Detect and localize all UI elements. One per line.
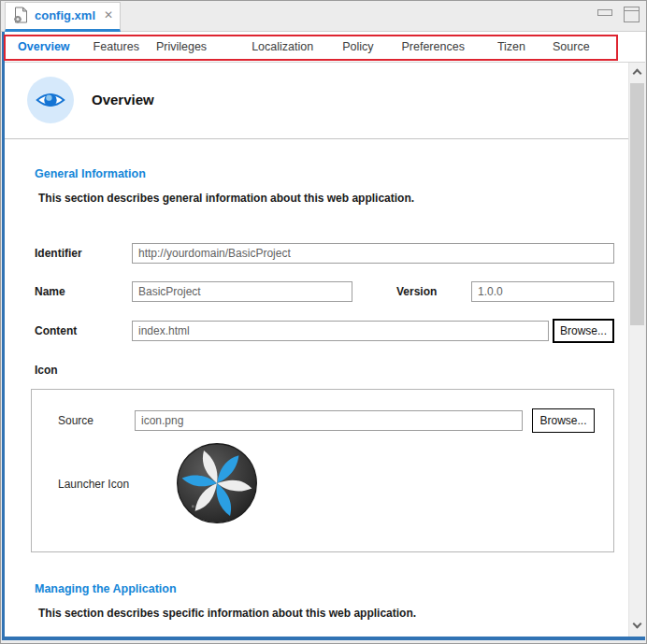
tab-features[interactable]: Features (93, 40, 139, 53)
tab-source[interactable]: Source (553, 40, 590, 53)
vertical-scrollbar[interactable] (628, 63, 645, 637)
content-browse-button[interactable]: Browse... (553, 319, 614, 343)
tab-privileges[interactable]: Privileges (156, 40, 207, 53)
launcher-icon-label: Launcher Icon (58, 478, 129, 491)
maximize-icon[interactable] (624, 7, 640, 22)
icon-source-label: Source (58, 414, 93, 427)
form-tab-bar: Overview Features Privileges Localizatio… (5, 32, 645, 63)
icon-browse-button[interactable]: Browse... (532, 408, 595, 433)
page-title: Overview (92, 92, 154, 107)
managing-application-heading: Managing the Application (35, 582, 177, 595)
editor-tab-config-xml[interactable]: config.xml ✕ (5, 2, 121, 32)
tizen-launcher-icon (175, 441, 259, 525)
managing-application-description: This section describes specific informat… (38, 607, 416, 620)
minimize-icon[interactable] (597, 9, 612, 16)
content-label: Content (35, 324, 77, 337)
tab-preferences[interactable]: Preferences (401, 40, 464, 53)
identifier-input[interactable] (132, 243, 614, 264)
page-header: Overview (5, 63, 628, 139)
name-label: Name (35, 285, 65, 298)
tab-localization[interactable]: Localization (252, 40, 313, 53)
version-label: Version (396, 285, 437, 298)
version-input[interactable] (471, 281, 614, 302)
scroll-down-button[interactable] (629, 617, 645, 637)
content-input[interactable] (132, 321, 549, 341)
scrollbar-thumb[interactable] (630, 83, 644, 325)
general-information-description: This section describes general informati… (38, 192, 414, 205)
overview-page: Overview General Information This sectio… (5, 63, 628, 637)
tab-policy[interactable]: Policy (342, 40, 373, 53)
chevron-up-icon (633, 69, 642, 79)
editor-tab-strip: config.xml ✕ (1, 1, 646, 32)
chevron-down-icon (633, 620, 642, 629)
icon-group-box: Source Browse... Launcher Icon (31, 389, 614, 552)
icon-source-input[interactable] (135, 410, 523, 431)
tab-overview[interactable]: Overview (18, 40, 70, 53)
tab-tizen[interactable]: Tizen (497, 40, 525, 53)
editor-tab-title: config.xml (35, 8, 95, 22)
tab-close-icon[interactable]: ✕ (104, 9, 113, 21)
overview-eye-icon (27, 77, 74, 123)
config-file-icon (13, 7, 28, 23)
scroll-up-button[interactable] (629, 63, 645, 82)
icon-section-label: Icon (35, 364, 58, 377)
identifier-label: Identifier (35, 247, 82, 260)
config-editor-window: config.xml ✕ Overview Features Privilege… (0, 0, 647, 644)
name-input[interactable] (132, 281, 352, 302)
editor-body: Overview Features Privileges Localizatio… (2, 32, 645, 640)
general-information-heading: General Information (35, 167, 146, 180)
